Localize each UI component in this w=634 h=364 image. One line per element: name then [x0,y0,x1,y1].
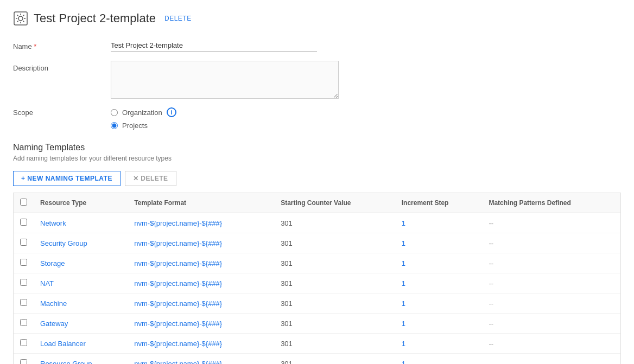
row-checkbox-7[interactable] [20,359,27,364]
table-row: Network nvm-${project.name}-${###} 301 1… [14,213,620,233]
page-header: Test Project 2-template DELETE [13,11,621,26]
scope-row: Scope Organization i Projects [13,107,621,130]
starting-counter-cell: 301 [274,314,395,334]
resource-type-cell: NAT [34,273,128,293]
row-checkbox-3[interactable] [20,279,27,286]
table-body: Network nvm-${project.name}-${###} 301 1… [14,213,620,365]
row-checkbox-cell [14,354,34,365]
template-format-cell: nvm-${project.name}-${###} [128,334,274,354]
table-row: Gateway nvm-${project.name}-${###} 301 1… [14,314,620,334]
description-label: Description [13,61,111,72]
row-checkbox-cell [14,293,34,314]
resource-type-link[interactable]: NAT [40,279,54,288]
resource-type-cell: Network [34,213,128,233]
row-checkbox-2[interactable] [20,259,27,266]
increment-step-cell: 1 [395,354,483,365]
matching-patterns-cell: -- [482,314,620,334]
matching-patterns-cell: -- [482,334,620,354]
resource-type-cell: Load Balancer [34,334,128,354]
resource-type-link[interactable]: Resource Group [40,360,92,365]
increment-step-cell: 1 [395,314,483,334]
scope-label: Scope [13,107,111,117]
name-field-row: Name * [13,39,621,52]
resource-type-link[interactable]: Load Balancer [40,340,86,348]
matching-patterns-cell: -- [482,233,620,253]
template-format-cell: nvm-${project.name}-${###} [128,233,274,253]
col-starting-counter: Starting Counter Value [274,193,395,213]
template-format-cell: nvm-${project.name}-${###} [128,314,274,334]
resource-type-cell: Security Group [34,233,128,253]
starting-counter-cell: 301 [274,354,395,365]
table-row: Load Balancer nvm-${project.name}-${###}… [14,334,620,354]
starting-counter-cell: 301 [274,253,395,273]
delete-naming-template-button[interactable]: ✕ DELETE [125,171,176,186]
row-checkbox-cell [14,273,34,293]
row-checkbox-1[interactable] [20,239,27,246]
svg-point-1 [18,16,23,21]
delete-button[interactable]: DELETE [164,15,192,22]
matching-patterns-cell: -- [482,293,620,314]
scope-organization-radio[interactable] [111,109,118,116]
scope-projects-label: Projects [122,122,148,130]
svg-line-6 [17,15,18,16]
row-checkbox-cell [14,314,34,334]
template-format-cell: nvm-${project.name}-${###} [128,273,274,293]
col-resource-type: Resource Type [34,193,128,213]
row-checkbox-cell [14,253,34,273]
resource-type-cell: Storage [34,253,128,273]
gear-template-icon [13,11,28,26]
resource-type-cell: Machine [34,293,128,314]
resource-type-link[interactable]: Network [40,219,66,227]
template-format-cell: nvm-${project.name}-${###} [128,293,274,314]
starting-counter-cell: 301 [274,273,395,293]
scope-projects-radio[interactable] [111,122,118,129]
matching-patterns-cell: -- [482,273,620,293]
info-icon[interactable]: i [167,107,176,117]
resource-type-cell: Gateway [34,314,128,334]
resource-type-link[interactable]: Storage [40,259,65,267]
required-star: * [34,42,36,50]
table-header-row: Resource Type Template Format Starting C… [14,193,620,213]
name-label: Name * [13,39,111,50]
svg-line-7 [23,21,24,22]
matching-patterns-cell: -- [482,354,620,365]
table-row: Storage nvm-${project.name}-${###} 301 1… [14,253,620,273]
scope-projects-option[interactable]: Projects [111,122,176,130]
row-checkbox-cell [14,233,34,253]
resource-type-link[interactable]: Machine [40,299,67,308]
increment-step-cell: 1 [395,273,483,293]
resource-type-cell: Resource Group [34,354,128,365]
scope-organization-option[interactable]: Organization [111,108,162,117]
resource-type-link[interactable]: Gateway [40,320,68,328]
description-field-row: Description [13,61,621,99]
svg-line-9 [17,21,18,22]
starting-counter-cell: 301 [274,233,395,253]
table-row: Security Group nvm-${project.name}-${###… [14,233,620,253]
row-checkbox-cell [14,213,34,233]
col-template-format: Template Format [128,193,274,213]
increment-step-cell: 1 [395,213,483,233]
matching-patterns-cell: -- [482,213,620,233]
row-checkbox-0[interactable] [20,219,27,226]
increment-step-cell: 1 [395,293,483,314]
table-row: NAT nvm-${project.name}-${###} 301 1 -- [14,273,620,293]
row-checkbox-5[interactable] [20,319,27,326]
increment-step-cell: 1 [395,334,483,354]
select-all-checkbox[interactable] [20,199,27,206]
template-format-cell: nvm-${project.name}-${###} [128,213,274,233]
svg-line-8 [23,15,24,16]
name-input[interactable] [111,39,317,52]
row-checkbox-6[interactable] [20,339,27,346]
increment-step-cell: 1 [395,253,483,273]
template-format-cell: nvm-${project.name}-${###} [128,354,274,365]
description-textarea[interactable] [111,61,339,99]
toolbar: + NEW NAMING TEMPLATE ✕ DELETE [13,171,621,186]
col-increment-step: Increment Step [395,193,483,213]
row-checkbox-4[interactable] [20,299,27,306]
new-naming-template-button[interactable]: + NEW NAMING TEMPLATE [13,171,121,186]
resource-type-link[interactable]: Security Group [40,239,87,247]
starting-counter-cell: 301 [274,213,395,233]
page-title: Test Project 2-template [34,11,156,25]
section-title: Naming Templates [13,143,621,152]
starting-counter-cell: 301 [274,334,395,354]
